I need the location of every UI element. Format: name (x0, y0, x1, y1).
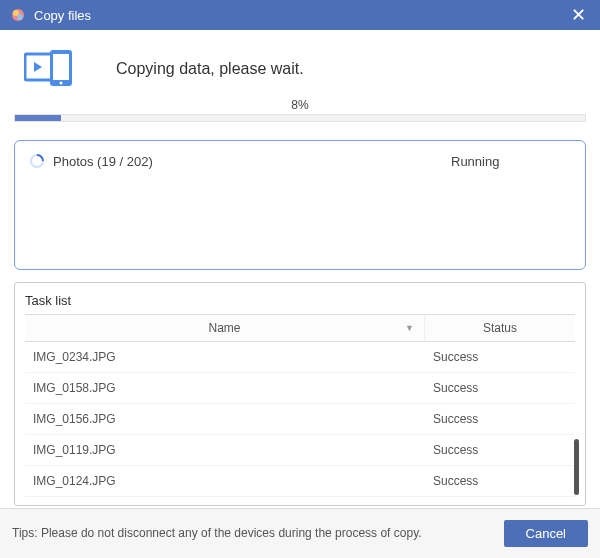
svg-marker-4 (34, 62, 42, 72)
cell-name: IMG_0124.JPG (25, 466, 425, 496)
progress-bar (14, 114, 586, 122)
table-row: IMG_0156.JPG Success (25, 404, 575, 435)
table-header: Name ▼ Status (25, 314, 575, 342)
cell-status: Success (425, 342, 575, 372)
current-task-label: Photos (19 / 202) (53, 154, 451, 169)
task-list-panel: Task list Name ▼ Status IMG_0234.JPG Suc… (14, 282, 586, 506)
svg-point-7 (60, 82, 63, 85)
cell-status: Success (425, 466, 575, 496)
progress-area: 8% (0, 98, 600, 134)
svg-rect-6 (53, 54, 69, 80)
table-row: IMG_0119.JPG Success (25, 435, 575, 466)
header-message: Copying data, please wait. (116, 60, 304, 78)
table-body: IMG_0234.JPG Success IMG_0158.JPG Succes… (25, 342, 575, 497)
cell-status: Success (425, 404, 575, 434)
close-icon[interactable]: ✕ (565, 4, 592, 26)
current-task-panel: Photos (19 / 202) Running (14, 140, 586, 270)
column-header-name[interactable]: Name ▼ (25, 315, 425, 341)
cell-name: IMG_0234.JPG (25, 342, 425, 372)
table-row: IMG_0234.JPG Success (25, 342, 575, 373)
cell-name: IMG_0158.JPG (25, 373, 425, 403)
sort-caret-icon: ▼ (405, 323, 414, 333)
svg-point-2 (17, 14, 23, 20)
header: Copying data, please wait. (0, 30, 600, 98)
scrollbar-thumb[interactable] (574, 439, 579, 495)
footer: Tips: Please do not disconnect any of th… (0, 508, 600, 558)
cell-status: Success (425, 373, 575, 403)
titlebar: Copy files ✕ (0, 0, 600, 30)
progress-percent-label: 8% (14, 98, 586, 112)
column-header-status[interactable]: Status (425, 315, 575, 341)
cell-status: Success (425, 435, 575, 465)
task-list-title: Task list (25, 293, 575, 314)
progress-fill (15, 115, 61, 121)
table-row: IMG_0124.JPG Success (25, 466, 575, 497)
tips-text: Tips: Please do not disconnect any of th… (12, 525, 504, 541)
devices-icon (24, 48, 76, 90)
spinner-icon (29, 153, 45, 169)
table-row: IMG_0158.JPG Success (25, 373, 575, 404)
cell-name: IMG_0156.JPG (25, 404, 425, 434)
window-title: Copy files (34, 8, 565, 23)
app-icon (10, 7, 26, 23)
current-task-status: Running (451, 154, 571, 169)
cancel-button[interactable]: Cancel (504, 520, 588, 547)
cell-name: IMG_0119.JPG (25, 435, 425, 465)
column-header-status-label: Status (483, 321, 517, 335)
column-header-name-label: Name (208, 321, 240, 335)
